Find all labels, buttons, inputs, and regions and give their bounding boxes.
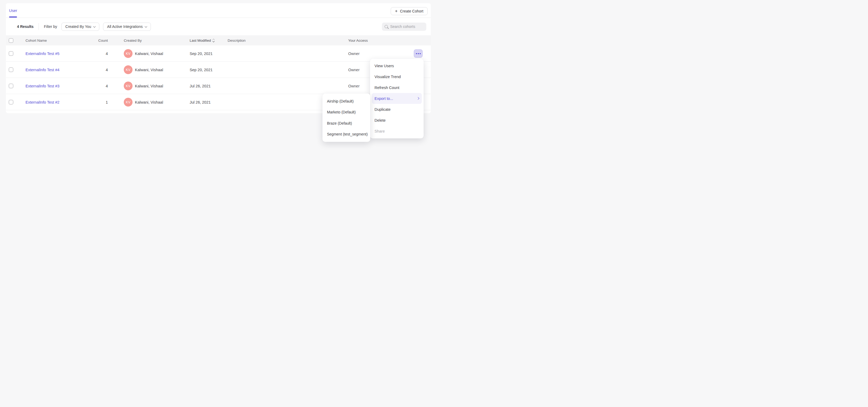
menu-item-delete[interactable]: Delete	[370, 115, 424, 126]
menu-item-duplicate[interactable]: Duplicate	[370, 104, 424, 115]
access-level: Owner	[348, 78, 360, 94]
avatar: KV	[124, 98, 132, 106]
submenu-item-braze[interactable]: Braze (Default)	[322, 118, 370, 129]
column-header-cohort-name: Cohort Name	[26, 35, 47, 45]
create-cohort-label: Create Cohort	[400, 9, 423, 13]
row-checkbox[interactable]	[9, 67, 13, 72]
avatar: KV	[124, 82, 132, 90]
cohort-count: 4	[106, 68, 108, 72]
submenu-item-segment[interactable]: Segment (test_segment)	[322, 129, 370, 140]
chevron-right-icon	[416, 97, 419, 100]
creator-name: Kalwani, Vishaal	[135, 45, 163, 62]
cohort-name-link[interactable]: ExternalInfo Test #5	[26, 52, 60, 56]
creator-name: Kalwani, Vishaal	[135, 94, 163, 110]
tab-user[interactable]: User	[9, 8, 17, 13]
submenu-item-airship[interactable]: Airship (Default)	[322, 96, 370, 107]
column-header-last-modified[interactable]: Last Modified	[190, 35, 214, 45]
integrations-filter-label: All Active Integrations	[107, 25, 143, 29]
menu-item-visualize-trend[interactable]: Visualize Trend	[370, 71, 424, 82]
column-header-your-access: Your Access	[348, 35, 368, 45]
export-submenu: Airship (Default) Marketo (Default) Braz…	[322, 94, 370, 142]
cohort-count: 4	[106, 84, 108, 88]
creator-name: Kalwani, Vishaal	[135, 78, 163, 94]
search-box[interactable]	[382, 23, 426, 31]
created-by-filter-label: Created By You	[65, 25, 91, 29]
menu-item-view-users[interactable]: View Users	[370, 60, 424, 71]
avatar: KV	[124, 65, 132, 74]
avatar: KV	[124, 49, 132, 58]
creator-name: Kalwani, Vishaal	[135, 62, 163, 78]
last-modified-date: Sep 20, 2021	[190, 45, 213, 62]
access-level: Owner	[348, 62, 360, 78]
ellipsis-icon	[416, 53, 417, 54]
plus-icon: +	[395, 9, 398, 13]
submenu-item-marketo[interactable]: Marketo (Default)	[322, 107, 370, 118]
last-modified-date: Jul 26, 2021	[190, 78, 211, 94]
create-cohort-button[interactable]: + Create Cohort	[391, 7, 428, 15]
select-all-checkbox[interactable]	[9, 38, 13, 43]
row-checkbox[interactable]	[9, 51, 13, 56]
table-header: Cohort Name Count Created By Last Modifi…	[6, 35, 431, 45]
filter-by-label: Filter by	[44, 25, 57, 29]
cohort-name-link[interactable]: ExternalInfo Test #2	[26, 100, 60, 104]
column-header-created-by: Created By	[124, 35, 142, 45]
menu-item-refresh-count[interactable]: Refresh Count	[370, 82, 424, 93]
table-row[interactable]: ExternalInfo Test #3 4 KV Kalwani, Visha…	[6, 78, 431, 94]
table-row[interactable]: ExternalInfo Test #4 4 KV Kalwani, Visha…	[6, 62, 431, 78]
access-level: Owner	[348, 45, 360, 62]
chevron-down-icon	[145, 25, 147, 28]
row-checkbox[interactable]	[9, 84, 13, 88]
menu-item-share: Share	[370, 126, 424, 136]
last-modified-date: Jul 26, 2021	[190, 94, 211, 110]
tab-bar: User	[6, 3, 431, 18]
search-icon	[384, 25, 388, 28]
column-header-description: Description	[228, 35, 246, 45]
created-by-filter-dropdown[interactable]: Created By You	[61, 23, 99, 31]
menu-item-export-to[interactable]: Export to...	[372, 93, 422, 104]
row-checkbox[interactable]	[9, 100, 13, 104]
cohort-count: 1	[106, 100, 108, 104]
row-context-menu: View Users Visualize Trend Refresh Count…	[370, 59, 424, 138]
table-row[interactable]: ExternalInfo Test #5 4 KV Kalwani, Visha…	[6, 45, 431, 62]
row-actions-button[interactable]	[414, 50, 423, 58]
column-header-count: Count	[91, 35, 108, 45]
integrations-filter-dropdown[interactable]: All Active Integrations	[103, 23, 151, 31]
search-input[interactable]	[390, 25, 422, 29]
chevron-down-icon	[93, 25, 96, 28]
results-count: 4 Results	[17, 25, 33, 29]
toolbar-divider	[38, 23, 39, 30]
toolbar: 4 Results Filter by Created By You All A…	[6, 18, 431, 35]
cohort-name-link[interactable]: ExternalInfo Test #4	[26, 68, 60, 72]
last-modified-date: Sep 20, 2021	[190, 62, 213, 78]
cohort-count: 4	[106, 52, 108, 56]
cohort-name-link[interactable]: ExternalInfo Test #3	[26, 84, 60, 88]
sort-icon	[213, 39, 214, 42]
active-tab-indicator	[9, 17, 17, 18]
